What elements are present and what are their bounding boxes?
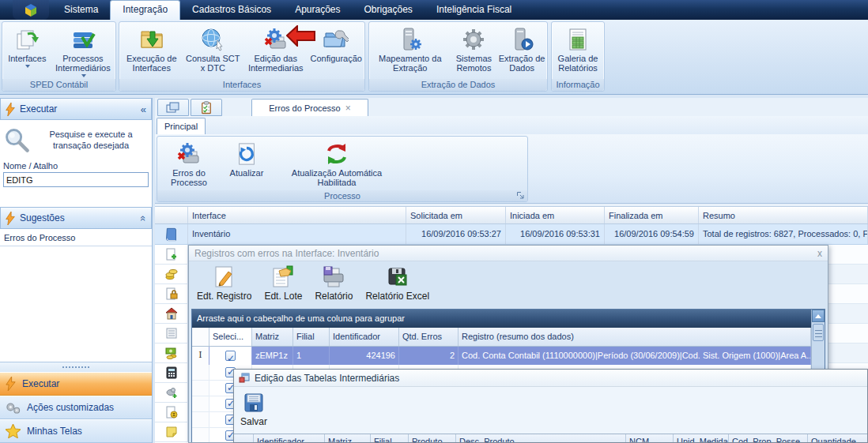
dialog-launcher-icon[interactable] (516, 191, 525, 200)
edit-grid-header: Identificador Matriz Filial Produto Desc… (234, 434, 867, 443)
icon-column-header[interactable] (155, 207, 188, 223)
collapse-chevrons-icon[interactable]: « (141, 103, 146, 115)
checklist-tab[interactable] (191, 99, 222, 116)
search-hint-text: Pesquise e execute a transação desejada (33, 129, 149, 151)
edit-dialog-toolbar: Salvar (234, 387, 867, 431)
button-label: Interfaces (8, 54, 46, 63)
app-logo-button[interactable] (13, 0, 49, 20)
mapeamento-da-extracao-button[interactable]: Mapeamento da Extração (370, 24, 451, 78)
column-header-qtd-erros[interactable]: Qtd. Erros (399, 328, 459, 346)
cell-qtd-erros: 2 (399, 347, 459, 365)
error-row-selected[interactable]: I zEMP1z 1 424196 2 Cod. Conta Contabil … (192, 347, 811, 365)
interfaces-button[interactable]: Interfaces (3, 24, 51, 78)
dropdown-arrow-icon (25, 65, 30, 68)
column-header-finalizada-em[interactable]: Finalizada em (605, 207, 699, 223)
button-label: Configuração (311, 54, 362, 63)
column-header-ncm[interactable]: NCM (626, 434, 674, 443)
lightning-icon (6, 103, 15, 116)
edt-lote-button[interactable]: Edt. Lote (264, 264, 302, 306)
sidebar-item-minhas-telas[interactable]: Minhas Telas (0, 419, 152, 443)
sistemas-remotos-button[interactable]: Sistemas Remotos (451, 24, 498, 78)
column-header-interface[interactable]: Interface (188, 207, 406, 223)
configuracao-button[interactable]: Configuração (308, 24, 364, 78)
sticky-note-icon (155, 422, 188, 442)
consulta-sct-x-dtc-button[interactable]: Consulta SCT x DTC (183, 24, 243, 78)
group-label: Processo (157, 190, 527, 201)
atualizar-button[interactable]: Atualizar (219, 138, 274, 190)
column-header-solicitada-em[interactable]: Solicitada em (406, 207, 506, 223)
process-table-header: Interface Solicitada em Iniciada em Fina… (155, 206, 868, 224)
notes-icon (155, 324, 188, 344)
scroll-up-icon[interactable] (812, 310, 825, 322)
scrollbar-thumb[interactable] (813, 324, 824, 341)
column-header-registro[interactable]: Registro (resumo dos dados) (459, 328, 811, 346)
column-header-matriz[interactable]: Matriz (325, 434, 371, 443)
atualizacao-automatica-button[interactable]: Atualização Automática Habilitada (274, 138, 399, 190)
column-header-filial[interactable]: Filial (293, 328, 330, 346)
column-header-identificador[interactable]: Identificador (254, 434, 325, 443)
tab-integracao[interactable]: Integração (110, 0, 180, 20)
column-header-identificador[interactable]: Identificador (330, 328, 399, 346)
folder-wrench-icon (323, 25, 349, 54)
coins-icon (155, 265, 188, 284)
button-label: Atualização Automática Habilitada (274, 168, 399, 187)
checklist-icon (201, 101, 212, 115)
column-header-produto[interactable]: Produto (409, 434, 456, 443)
button-label: Edt. Lote (264, 291, 302, 302)
house-icon (155, 304, 188, 324)
cascade-windows-tab[interactable] (157, 99, 189, 116)
server-play-icon (509, 25, 534, 54)
gear-printer-error-icon (263, 25, 289, 54)
row-checkbox[interactable] (225, 351, 236, 361)
table-row-inventario[interactable]: Inventário 16/09/2016 09:53:27 16/09/201… (155, 224, 868, 245)
column-header-quantidade[interactable]: Quantidade (808, 434, 868, 443)
column-header-iniciada-em[interactable]: Iniciada em (506, 207, 605, 223)
column-header-unid-medida[interactable]: Unid. Medida (674, 434, 729, 443)
edit-record-icon (213, 264, 236, 291)
column-header-filial[interactable]: Filial (371, 434, 409, 443)
collapse-up-chevrons-icon[interactable]: « (138, 215, 149, 220)
inner-ribbon-tab-strip: Principal (155, 116, 868, 134)
tab-inteligencia-fiscal[interactable]: Inteligência Fiscal (425, 0, 523, 20)
relatorio-excel-button[interactable]: Relatório Excel (365, 264, 429, 306)
edt-registro-button[interactable]: Edt. Registro (197, 264, 251, 306)
relatorio-button[interactable]: Relatório (315, 264, 353, 306)
close-dialog-icon[interactable]: x (817, 248, 822, 259)
column-header-cod-prop-posse[interactable]: Cod. Prop. Posse (729, 434, 808, 443)
column-header-matriz[interactable]: Matriz (252, 328, 293, 346)
menu-tabs: Sistema Integração Cadastros Básicos Apu… (52, 0, 523, 20)
document-tab-erros-do-processo[interactable]: Erros do Processo × (251, 99, 368, 116)
erros-do-processo-button[interactable]: Erros do Processo (159, 138, 219, 190)
suggestion-item-erros-do-processo[interactable]: Erros do Processo (0, 229, 152, 246)
extracao-de-dados-button[interactable]: Extração de Dados (497, 24, 546, 78)
dialog-title: Registros com erros na Interface: Invent… (194, 248, 379, 259)
processos-intermediarios-button[interactable]: Processos Intermediários (51, 24, 115, 78)
edit-tables-dialog: Edição das Tabelas Intermediárias Salvar… (233, 369, 868, 443)
galeria-de-relatorios-button[interactable]: Galeria de Relatórios (553, 24, 603, 78)
gear-icon (461, 25, 486, 54)
button-label: Processos Intermediários (51, 54, 115, 73)
sidebar-item-acoes-customizadas[interactable]: Ações customizadas (0, 396, 152, 419)
document-tab-label: Erros do Processo (269, 103, 340, 113)
tab-apuracoes[interactable]: Apurações (283, 0, 352, 20)
group-label: Extração de Dados (369, 79, 547, 91)
tab-cadastros-basicos[interactable]: Cadastros Básicos (180, 0, 283, 20)
close-tab-icon[interactable]: × (345, 103, 351, 114)
tab-obrigacoes[interactable]: Obrigações (353, 0, 425, 20)
group-by-drop-zone[interactable]: Arraste aqui o cabeçalho de uma coluna p… (192, 310, 811, 328)
sugestoes-panel-header[interactable]: Sugestões « (0, 207, 152, 229)
tab-sistema[interactable]: Sistema (52, 0, 110, 20)
panel-splitter-handle[interactable] (0, 362, 152, 372)
ribbon-group-informacao: Galeria de Relatórios Informação (551, 21, 605, 92)
sidebar-item-executar[interactable]: Executar (0, 372, 152, 396)
column-header-desc-produto[interactable]: Desc. Produto (456, 434, 626, 443)
execucao-de-interfaces-button[interactable]: Execução de Interfaces (120, 24, 183, 78)
cell-solicitada-em: 16/09/2016 09:53:27 (406, 224, 506, 244)
tab-principal[interactable]: Principal (157, 118, 206, 134)
button-label: Mapeamento da Extração (370, 54, 451, 73)
executar-panel-header[interactable]: Executar « (0, 98, 152, 120)
column-header-resumo[interactable]: Resumo (699, 207, 868, 223)
column-header-selecionar[interactable]: Seleci... (209, 328, 252, 346)
salvar-button[interactable]: Salvar (240, 389, 267, 431)
transaction-search-input[interactable] (3, 172, 149, 187)
